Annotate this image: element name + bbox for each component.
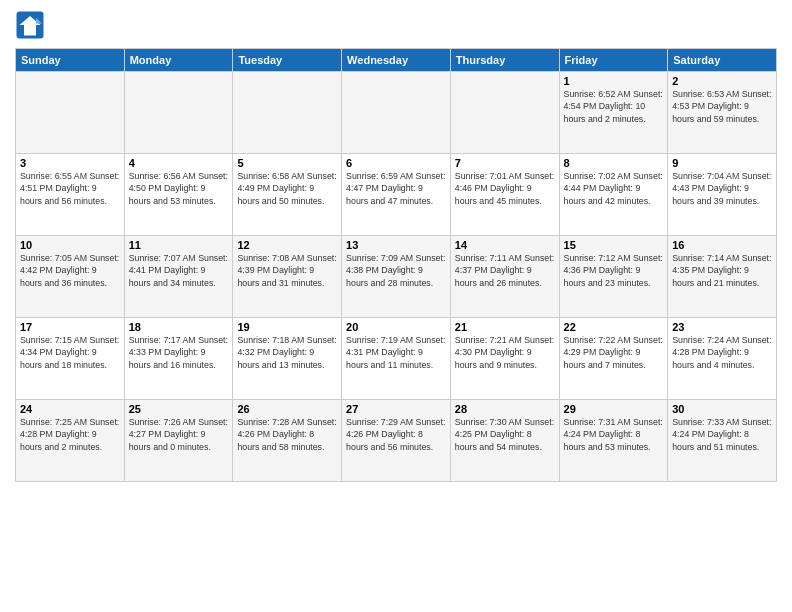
day-cell: 4Sunrise: 6:56 AM Sunset: 4:50 PM Daylig… <box>124 154 233 236</box>
day-info: Sunrise: 7:25 AM Sunset: 4:28 PM Dayligh… <box>20 416 120 453</box>
day-cell: 28Sunrise: 7:30 AM Sunset: 4:25 PM Dayli… <box>450 400 559 482</box>
day-number: 26 <box>237 403 337 415</box>
day-cell: 27Sunrise: 7:29 AM Sunset: 4:26 PM Dayli… <box>342 400 451 482</box>
day-cell: 1Sunrise: 6:52 AM Sunset: 4:54 PM Daylig… <box>559 72 668 154</box>
day-number: 27 <box>346 403 446 415</box>
day-info: Sunrise: 7:22 AM Sunset: 4:29 PM Dayligh… <box>564 334 664 371</box>
week-row-4: 17Sunrise: 7:15 AM Sunset: 4:34 PM Dayli… <box>16 318 777 400</box>
day-number: 20 <box>346 321 446 333</box>
day-cell: 18Sunrise: 7:17 AM Sunset: 4:33 PM Dayli… <box>124 318 233 400</box>
day-info: Sunrise: 7:19 AM Sunset: 4:31 PM Dayligh… <box>346 334 446 371</box>
day-cell: 23Sunrise: 7:24 AM Sunset: 4:28 PM Dayli… <box>668 318 777 400</box>
day-cell: 16Sunrise: 7:14 AM Sunset: 4:35 PM Dayli… <box>668 236 777 318</box>
day-info: Sunrise: 7:18 AM Sunset: 4:32 PM Dayligh… <box>237 334 337 371</box>
day-cell: 8Sunrise: 7:02 AM Sunset: 4:44 PM Daylig… <box>559 154 668 236</box>
week-row-1: 1Sunrise: 6:52 AM Sunset: 4:54 PM Daylig… <box>16 72 777 154</box>
day-info: Sunrise: 7:29 AM Sunset: 4:26 PM Dayligh… <box>346 416 446 453</box>
header-cell-thursday: Thursday <box>450 49 559 72</box>
day-info: Sunrise: 7:15 AM Sunset: 4:34 PM Dayligh… <box>20 334 120 371</box>
day-number: 15 <box>564 239 664 251</box>
day-cell <box>342 72 451 154</box>
day-number: 11 <box>129 239 229 251</box>
day-cell: 10Sunrise: 7:05 AM Sunset: 4:42 PM Dayli… <box>16 236 125 318</box>
day-info: Sunrise: 7:28 AM Sunset: 4:26 PM Dayligh… <box>237 416 337 453</box>
header-cell-wednesday: Wednesday <box>342 49 451 72</box>
day-info: Sunrise: 7:09 AM Sunset: 4:38 PM Dayligh… <box>346 252 446 289</box>
day-info: Sunrise: 7:12 AM Sunset: 4:36 PM Dayligh… <box>564 252 664 289</box>
day-cell: 2Sunrise: 6:53 AM Sunset: 4:53 PM Daylig… <box>668 72 777 154</box>
day-number: 21 <box>455 321 555 333</box>
day-number: 14 <box>455 239 555 251</box>
day-info: Sunrise: 6:58 AM Sunset: 4:49 PM Dayligh… <box>237 170 337 207</box>
day-number: 29 <box>564 403 664 415</box>
day-info: Sunrise: 7:26 AM Sunset: 4:27 PM Dayligh… <box>129 416 229 453</box>
day-info: Sunrise: 7:01 AM Sunset: 4:46 PM Dayligh… <box>455 170 555 207</box>
day-info: Sunrise: 7:02 AM Sunset: 4:44 PM Dayligh… <box>564 170 664 207</box>
day-info: Sunrise: 7:21 AM Sunset: 4:30 PM Dayligh… <box>455 334 555 371</box>
day-number: 16 <box>672 239 772 251</box>
day-info: Sunrise: 7:30 AM Sunset: 4:25 PM Dayligh… <box>455 416 555 453</box>
day-cell: 20Sunrise: 7:19 AM Sunset: 4:31 PM Dayli… <box>342 318 451 400</box>
day-cell: 26Sunrise: 7:28 AM Sunset: 4:26 PM Dayli… <box>233 400 342 482</box>
day-info: Sunrise: 7:17 AM Sunset: 4:33 PM Dayligh… <box>129 334 229 371</box>
day-number: 12 <box>237 239 337 251</box>
day-number: 13 <box>346 239 446 251</box>
day-number: 24 <box>20 403 120 415</box>
header-cell-monday: Monday <box>124 49 233 72</box>
day-number: 23 <box>672 321 772 333</box>
day-number: 3 <box>20 157 120 169</box>
header-cell-saturday: Saturday <box>668 49 777 72</box>
day-number: 30 <box>672 403 772 415</box>
day-info: Sunrise: 6:59 AM Sunset: 4:47 PM Dayligh… <box>346 170 446 207</box>
day-info: Sunrise: 6:52 AM Sunset: 4:54 PM Dayligh… <box>564 88 664 125</box>
day-cell: 15Sunrise: 7:12 AM Sunset: 4:36 PM Dayli… <box>559 236 668 318</box>
day-number: 1 <box>564 75 664 87</box>
day-number: 22 <box>564 321 664 333</box>
day-cell <box>124 72 233 154</box>
day-cell: 19Sunrise: 7:18 AM Sunset: 4:32 PM Dayli… <box>233 318 342 400</box>
week-row-5: 24Sunrise: 7:25 AM Sunset: 4:28 PM Dayli… <box>16 400 777 482</box>
day-cell <box>450 72 559 154</box>
day-number: 9 <box>672 157 772 169</box>
day-cell <box>233 72 342 154</box>
page: SundayMondayTuesdayWednesdayThursdayFrid… <box>0 0 792 612</box>
day-number: 18 <box>129 321 229 333</box>
header-cell-tuesday: Tuesday <box>233 49 342 72</box>
header-cell-sunday: Sunday <box>16 49 125 72</box>
day-info: Sunrise: 7:11 AM Sunset: 4:37 PM Dayligh… <box>455 252 555 289</box>
day-info: Sunrise: 7:07 AM Sunset: 4:41 PM Dayligh… <box>129 252 229 289</box>
day-cell: 12Sunrise: 7:08 AM Sunset: 4:39 PM Dayli… <box>233 236 342 318</box>
day-cell: 7Sunrise: 7:01 AM Sunset: 4:46 PM Daylig… <box>450 154 559 236</box>
logo <box>15 10 49 40</box>
day-info: Sunrise: 7:14 AM Sunset: 4:35 PM Dayligh… <box>672 252 772 289</box>
day-info: Sunrise: 6:53 AM Sunset: 4:53 PM Dayligh… <box>672 88 772 125</box>
header-row: SundayMondayTuesdayWednesdayThursdayFrid… <box>16 49 777 72</box>
day-number: 8 <box>564 157 664 169</box>
day-number: 6 <box>346 157 446 169</box>
day-cell: 6Sunrise: 6:59 AM Sunset: 4:47 PM Daylig… <box>342 154 451 236</box>
day-cell: 29Sunrise: 7:31 AM Sunset: 4:24 PM Dayli… <box>559 400 668 482</box>
day-info: Sunrise: 7:04 AM Sunset: 4:43 PM Dayligh… <box>672 170 772 207</box>
calendar-table: SundayMondayTuesdayWednesdayThursdayFrid… <box>15 48 777 482</box>
day-info: Sunrise: 7:05 AM Sunset: 4:42 PM Dayligh… <box>20 252 120 289</box>
day-info: Sunrise: 7:31 AM Sunset: 4:24 PM Dayligh… <box>564 416 664 453</box>
header <box>15 10 777 40</box>
day-info: Sunrise: 7:08 AM Sunset: 4:39 PM Dayligh… <box>237 252 337 289</box>
calendar-body: 1Sunrise: 6:52 AM Sunset: 4:54 PM Daylig… <box>16 72 777 482</box>
day-number: 19 <box>237 321 337 333</box>
day-cell: 14Sunrise: 7:11 AM Sunset: 4:37 PM Dayli… <box>450 236 559 318</box>
day-number: 4 <box>129 157 229 169</box>
day-number: 5 <box>237 157 337 169</box>
day-cell: 5Sunrise: 6:58 AM Sunset: 4:49 PM Daylig… <box>233 154 342 236</box>
day-info: Sunrise: 6:55 AM Sunset: 4:51 PM Dayligh… <box>20 170 120 207</box>
day-cell: 9Sunrise: 7:04 AM Sunset: 4:43 PM Daylig… <box>668 154 777 236</box>
day-number: 17 <box>20 321 120 333</box>
day-cell: 17Sunrise: 7:15 AM Sunset: 4:34 PM Dayli… <box>16 318 125 400</box>
day-cell: 30Sunrise: 7:33 AM Sunset: 4:24 PM Dayli… <box>668 400 777 482</box>
day-cell: 24Sunrise: 7:25 AM Sunset: 4:28 PM Dayli… <box>16 400 125 482</box>
calendar-header: SundayMondayTuesdayWednesdayThursdayFrid… <box>16 49 777 72</box>
day-info: Sunrise: 7:24 AM Sunset: 4:28 PM Dayligh… <box>672 334 772 371</box>
day-number: 2 <box>672 75 772 87</box>
week-row-3: 10Sunrise: 7:05 AM Sunset: 4:42 PM Dayli… <box>16 236 777 318</box>
day-cell: 3Sunrise: 6:55 AM Sunset: 4:51 PM Daylig… <box>16 154 125 236</box>
